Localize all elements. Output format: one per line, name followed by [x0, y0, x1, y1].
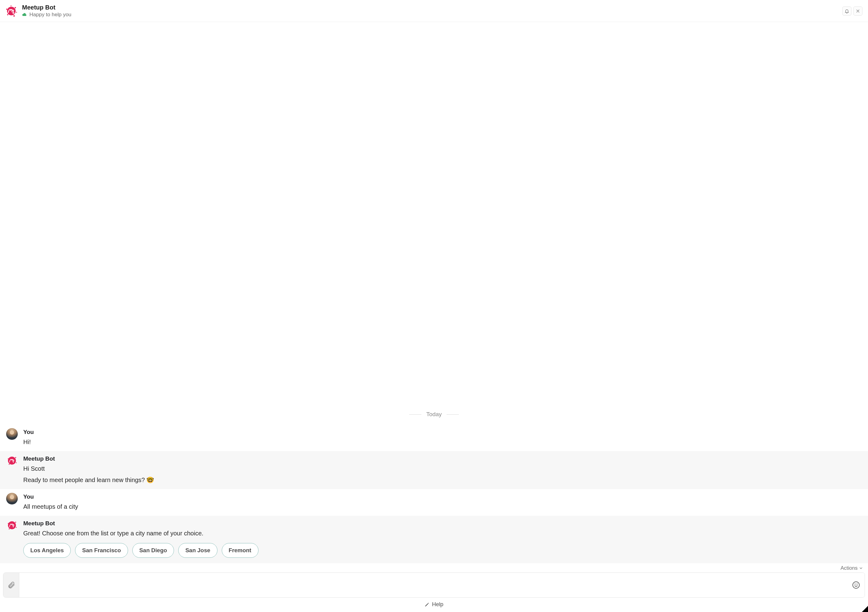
svg-point-4	[7, 14, 8, 16]
help-link[interactable]: Help	[3, 598, 865, 612]
close-icon	[856, 9, 860, 14]
chat-message: You Hi!	[0, 424, 868, 451]
chevron-down-icon	[859, 566, 863, 570]
svg-point-5	[14, 15, 15, 17]
quick-reply-chips: Los Angeles San Francisco San Diego San …	[23, 543, 259, 558]
close-button[interactable]	[853, 6, 862, 16]
emoji-button[interactable]	[848, 573, 865, 597]
chip-san-diego[interactable]: San Diego	[132, 543, 174, 558]
chat-header: Meetup Bot Happy to help you	[0, 0, 868, 22]
bell-icon	[845, 9, 849, 14]
message-text: Ready to meet people and learn new thing…	[23, 475, 154, 485]
message-sender: Meetup Bot	[23, 455, 154, 462]
svg-point-18	[9, 528, 9, 529]
message-text: All meetups of a city	[23, 502, 78, 511]
message-sender: You	[23, 493, 78, 500]
composer-area: Actions Help	[0, 563, 868, 612]
notifications-button[interactable]	[842, 6, 851, 16]
svg-point-1	[6, 9, 7, 10]
message-input[interactable]	[19, 573, 848, 597]
chat-messages-area[interactable]: Today You Hi! Meetup Bot Hi Scott Ready …	[0, 22, 868, 563]
user-avatar	[6, 428, 18, 440]
attach-button[interactable]	[3, 573, 19, 597]
svg-point-7	[10, 430, 14, 435]
meetup-logo	[5, 5, 18, 17]
bot-subtitle-text: Happy to help you	[29, 12, 71, 18]
svg-point-16	[15, 522, 16, 523]
user-avatar	[6, 493, 18, 505]
chat-message: Meetup Bot Hi Scott Ready to meet people…	[0, 451, 868, 489]
header-titles: Meetup Bot Happy to help you	[22, 4, 71, 18]
paperclip-icon	[7, 581, 16, 589]
svg-point-6	[11, 5, 11, 6]
header-actions	[842, 6, 862, 16]
chat-message: You All meetups of a city	[0, 489, 868, 516]
svg-point-12	[9, 464, 9, 464]
message-sender: Meetup Bot	[23, 520, 259, 527]
message-text: Great! Choose one from the list or type …	[23, 529, 259, 538]
chip-san-francisco[interactable]: San Francisco	[75, 543, 128, 558]
message-sender: You	[23, 429, 34, 435]
svg-point-19	[852, 582, 859, 589]
actions-menu[interactable]: Actions	[840, 565, 863, 571]
bot-avatar	[6, 455, 18, 466]
svg-point-9	[8, 458, 9, 459]
svg-point-3	[16, 12, 17, 12]
svg-point-17	[16, 527, 17, 528]
resize-handle[interactable]	[862, 606, 868, 612]
svg-point-11	[16, 463, 17, 463]
svg-point-15	[8, 523, 9, 524]
help-label: Help	[432, 601, 443, 608]
bot-avatar	[6, 519, 18, 531]
chip-san-jose[interactable]: San Jose	[178, 543, 217, 558]
svg-point-21	[857, 584, 857, 584]
svg-point-2	[15, 7, 16, 8]
message-text: Hi!	[23, 437, 34, 447]
pencil-icon	[425, 602, 429, 607]
svg-point-10	[15, 457, 16, 458]
svg-point-20	[855, 584, 855, 584]
message-text: Hi Scott	[23, 464, 154, 474]
cloud-online-icon	[22, 13, 27, 17]
message-composer	[3, 572, 865, 598]
chip-los-angeles[interactable]: Los Angeles	[23, 543, 71, 558]
actions-label: Actions	[840, 565, 857, 571]
date-separator-label: Today	[426, 411, 442, 418]
svg-point-8	[8, 457, 16, 464]
chat-message: Meetup Bot Great! Choose one from the li…	[0, 516, 868, 563]
svg-point-14	[8, 521, 16, 529]
date-separator: Today	[0, 405, 868, 424]
bot-title: Meetup Bot	[22, 4, 71, 11]
svg-point-13	[10, 495, 14, 499]
bot-subtitle: Happy to help you	[22, 12, 71, 18]
chip-fremont[interactable]: Fremont	[222, 543, 259, 558]
smiley-icon	[852, 581, 860, 589]
